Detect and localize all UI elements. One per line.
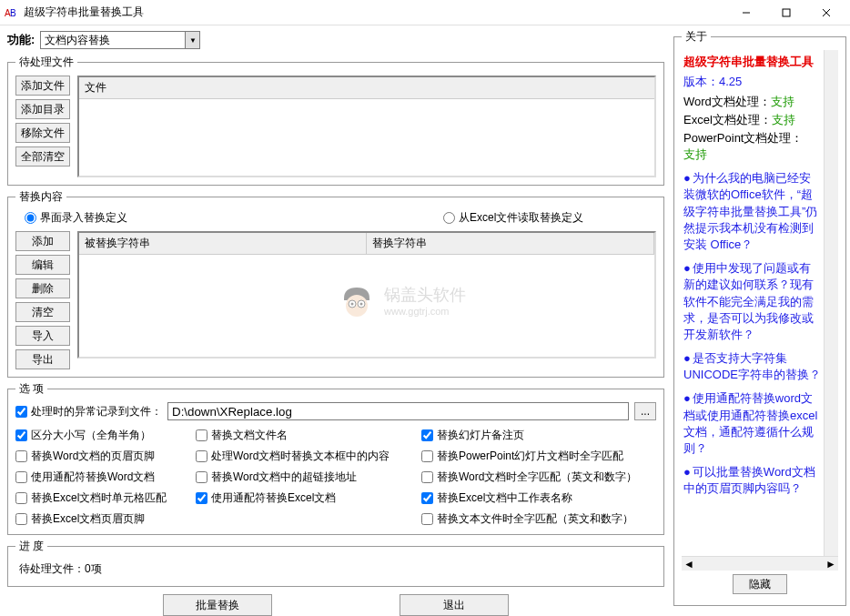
titlebar: AB 超级字符串批量替换工具 (0, 0, 850, 25)
delete-rule-button[interactable]: 删除 (15, 278, 70, 298)
about-link-4[interactable]: ●可以批量替换Word文档中的页眉页脚内容吗？ (683, 464, 822, 497)
check-excel-header[interactable]: 替换Excel文档页眉页脚 (15, 511, 188, 527)
about-ppt-support: PowerPoint文档处理：支持 (683, 130, 822, 163)
svg-text:B: B (10, 8, 16, 18)
chevron-down-icon: ▼ (185, 32, 199, 48)
scroll-right-icon[interactable]: ► (825, 558, 836, 571)
check-ppt-whole[interactable]: 替换PowerPoint幻灯片文档时全字匹配 (421, 449, 649, 464)
maximize-button[interactable] (766, 0, 806, 25)
function-selected: 文档内容替换 (45, 33, 110, 48)
about-link-2[interactable]: ●是否支持大字符集UNICODE字符串的替换？ (683, 350, 822, 383)
add-rule-button[interactable]: 添加 (15, 231, 70, 251)
about-word-support: Word文档处理：支持 (683, 94, 822, 110)
exit-button[interactable]: 退出 (400, 594, 509, 616)
radio-excel[interactable] (443, 212, 455, 224)
check-filename[interactable]: 替换文档文件名 (196, 428, 414, 443)
replace-fieldset: 替换内容 界面录入替换定义 从Excel文件读取替换定义 添加 编辑 删除 清空… (7, 189, 664, 378)
batch-replace-button[interactable]: 批量替换 (163, 594, 272, 616)
window-title: 超级字符串批量替换工具 (24, 5, 726, 20)
log-path-input[interactable] (167, 402, 629, 420)
check-word-whole[interactable]: 替换Word文档时全字匹配（英文和数字） (421, 470, 649, 485)
radio-ui[interactable] (25, 212, 36, 224)
remove-file-button[interactable]: 移除文件 (15, 123, 70, 143)
files-list-header[interactable]: 文件 (79, 77, 654, 99)
about-scrollbar-horizontal[interactable]: ◄ ► (682, 556, 838, 571)
check-case[interactable]: 区分大小写（全角半角） (15, 428, 188, 443)
import-rules-button[interactable]: 导入 (15, 326, 70, 346)
radio-ui-input[interactable]: 界面录入替换定义 (25, 210, 443, 226)
replace-table[interactable]: 被替换字符串 替换字符串 (77, 231, 656, 358)
check-word-hyperlink[interactable]: 替换Word文档中的超链接地址 (196, 470, 414, 485)
minimize-button[interactable] (726, 0, 766, 25)
files-list[interactable]: 文件 (77, 76, 656, 177)
options-fieldset: 选 项 处理时的异常记录到文件： ... 区分大小写（全角半角） 替换文档文件名… (7, 381, 664, 535)
about-version: 版本：4.25 (683, 74, 822, 90)
files-legend: 待处理文件 (15, 55, 77, 70)
files-fieldset: 待处理文件 添加文件 添加目录 移除文件 全部清空 文件 (7, 55, 664, 186)
app-icon: AB (4, 5, 18, 20)
add-file-button[interactable]: 添加文件 (15, 76, 70, 96)
function-row: 功能: 文档内容替换 ▼ (7, 31, 664, 49)
about-link-1[interactable]: ●使用中发现了问题或有新的建议如何联系？现有软件不能完全满足我的需求，是否可以为… (683, 260, 822, 343)
check-excel-cell[interactable]: 替换Excel文档时单元格匹配 (15, 490, 188, 506)
check-log[interactable]: 处理时的异常记录到文件： (15, 404, 162, 419)
about-legend: 关于 (682, 29, 711, 45)
replace-th-source[interactable]: 被替换字符串 (79, 233, 367, 255)
about-title: 超级字符串批量替换工具 (683, 54, 822, 70)
function-dropdown[interactable]: 文档内容替换 ▼ (40, 31, 200, 49)
browse-button[interactable]: ... (634, 402, 656, 420)
check-excel-wildcard[interactable]: 使用通配符替换Excel文档 (196, 490, 414, 506)
about-excel-support: Excel文档处理：支持 (683, 112, 822, 128)
about-link-3[interactable]: ●使用通配符替换word文档或使用通配符替换excel文档，通配符遵循什么规则？ (683, 390, 822, 457)
close-button[interactable] (806, 0, 846, 25)
scroll-left-icon[interactable]: ◄ (683, 558, 694, 571)
clear-rules-button[interactable]: 清空 (15, 302, 70, 322)
check-word-wildcard[interactable]: 使用通配符替换Word文档 (15, 470, 188, 485)
options-legend: 选 项 (15, 381, 47, 397)
about-link-0[interactable]: ●为什么我的电脑已经安装微软的Office软件，“超级字符串批量替换工具”仍然提… (683, 170, 822, 253)
check-excel-sheet[interactable]: 替换Excel文档中工作表名称 (421, 490, 649, 506)
progress-fieldset: 进 度 待处理文件：0项 (7, 539, 664, 587)
replace-th-target[interactable]: 替换字符串 (367, 233, 654, 255)
replace-legend: 替换内容 (15, 189, 66, 205)
svg-rect-3 (783, 9, 790, 16)
progress-legend: 进 度 (15, 539, 47, 554)
edit-rule-button[interactable]: 编辑 (15, 255, 70, 275)
clear-all-button[interactable]: 全部清空 (15, 146, 70, 167)
function-label: 功能: (7, 32, 35, 48)
check-ppt-notes[interactable]: 替换幻灯片备注页 (421, 428, 649, 443)
add-dir-button[interactable]: 添加目录 (15, 99, 70, 119)
about-scrollbar-vertical[interactable] (824, 50, 838, 556)
radio-excel-input[interactable]: 从Excel文件读取替换定义 (443, 210, 583, 226)
progress-text: 待处理文件：0项 (15, 560, 656, 579)
check-word-header[interactable]: 替换Word文档的页眉页脚 (15, 449, 188, 464)
check-text-whole[interactable]: 替换文本文件时全字匹配（英文和数字） (421, 511, 649, 527)
about-fieldset: 关于 超级字符串批量替换工具 版本：4.25 Word文档处理：支持 Excel… (673, 29, 846, 606)
export-rules-button[interactable]: 导出 (15, 349, 70, 369)
hide-about-button[interactable]: 隐藏 (733, 574, 787, 594)
check-word-textbox[interactable]: 处理Word文档时替换文本框中的内容 (196, 449, 414, 464)
